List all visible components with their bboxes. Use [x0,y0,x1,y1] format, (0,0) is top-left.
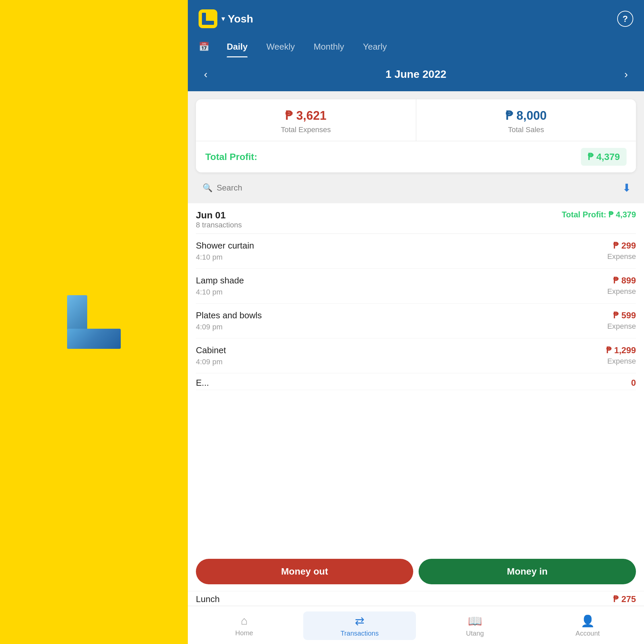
search-input[interactable] [217,183,605,193]
nav-item-transactions[interactable]: ⇄ Transactions [303,611,416,640]
date-group-count: 8 transactions [196,221,242,229]
transaction-list: Jun 01 8 transactions Total Profit: ₱ 4,… [188,203,644,552]
tab-daily[interactable]: Daily [217,36,257,57]
account-dropdown[interactable]: ▾ Yosh [221,13,253,25]
bottom-navigation: ⌂ Home ⇄ Transactions 📖 Utang 👤 Account [188,606,644,644]
app-logo-large [67,295,121,349]
search-row: 🔍 ⬇ [188,178,644,203]
next-date-button[interactable]: › [619,65,633,83]
total-profit-amount: ₱ 4,379 [581,148,627,166]
left-panel [0,0,188,644]
total-sales-label: Total Sales [423,125,630,134]
table-row[interactable]: Shower curtain 4:10 pm ₱ 299 Expense [196,234,636,269]
tab-weekly[interactable]: Weekly [257,36,304,57]
money-out-button[interactable]: Money out [196,559,413,584]
header-left: ▾ Yosh [199,9,253,28]
date-group-profit: Total Profit: ₱ 4,379 [562,210,636,219]
tab-monthly[interactable]: Monthly [304,36,354,57]
right-panel: ▾ Yosh ? 📅 Daily Weekly Monthly Yearly [188,0,644,644]
prev-date-button[interactable]: ‹ [199,65,213,83]
header-top: ▾ Yosh ? [199,9,633,28]
total-profit-row: Total Profit: ₱ 4,379 [196,141,636,172]
download-button[interactable]: ⬇ [617,178,636,197]
help-button[interactable]: ? [617,11,633,27]
action-buttons: Money out Money in [188,552,644,591]
account-icon: 👤 [581,614,595,628]
home-icon: ⌂ [241,614,248,627]
money-in-button[interactable]: Money in [419,559,636,584]
total-sales-amount: ₱ 8,000 [423,109,630,123]
lunch-amount: ₱ 275 [613,594,636,604]
total-expenses-label: Total Expenses [203,125,409,134]
tab-yearly[interactable]: Yearly [354,36,396,57]
search-icon: 🔍 [203,183,213,193]
search-input-wrap[interactable]: 🔍 [196,178,612,198]
total-sales-item: ₱ 8,000 Total Sales [416,99,636,141]
period-tabs: 📅 Daily Weekly Monthly Yearly [199,36,633,57]
lunch-name: Lunch [196,594,220,604]
date-group-title: Jun 01 [196,210,242,221]
nav-item-home[interactable]: ⌂ Home [188,611,301,640]
utang-icon: 📖 [468,614,482,628]
total-profit-label: Total Profit: [205,152,257,162]
total-expenses-item: ₱ 3,621 Total Expenses [196,99,416,141]
transactions-icon: ⇄ [355,614,364,628]
summary-top: ₱ 3,621 Total Expenses ₱ 8,000 Total Sal… [196,99,636,141]
download-icon: ⬇ [622,181,631,194]
dropdown-chevron-icon: ▾ [221,14,225,23]
summary-card: ₱ 3,621 Total Expenses ₱ 8,000 Total Sal… [196,99,636,172]
table-row[interactable]: Cabinet 4:09 pm ₱ 1,299 Expense [196,338,636,373]
total-expenses-amount: ₱ 3,621 [203,109,409,123]
username-label: Yosh [228,13,253,25]
table-row[interactable]: Plates and bowls 4:09 pm ₱ 599 Expense [196,304,636,338]
nav-item-utang[interactable]: 📖 Utang [419,611,531,640]
table-row-partial: E... 0 [196,373,636,390]
lunch-row-partial: Lunch ₱ 275 [188,591,644,606]
current-date-label: 1 June 2022 [385,68,446,80]
nav-item-account[interactable]: 👤 Account [531,611,644,640]
logo-horizontal-bar [67,329,121,349]
date-group-header: Jun 01 8 transactions Total Profit: ₱ 4,… [196,203,636,234]
app-logo [199,9,217,28]
app-header: ▾ Yosh ? 📅 Daily Weekly Monthly Yearly [188,0,644,57]
date-group-profit-amount: ₱ 4,379 [608,210,636,219]
date-navigation: ‹ 1 June 2022 › [188,57,644,91]
calendar-icon[interactable]: 📅 [199,42,209,52]
table-row[interactable]: Lamp shade 4:10 pm ₱ 899 Expense [196,269,636,304]
